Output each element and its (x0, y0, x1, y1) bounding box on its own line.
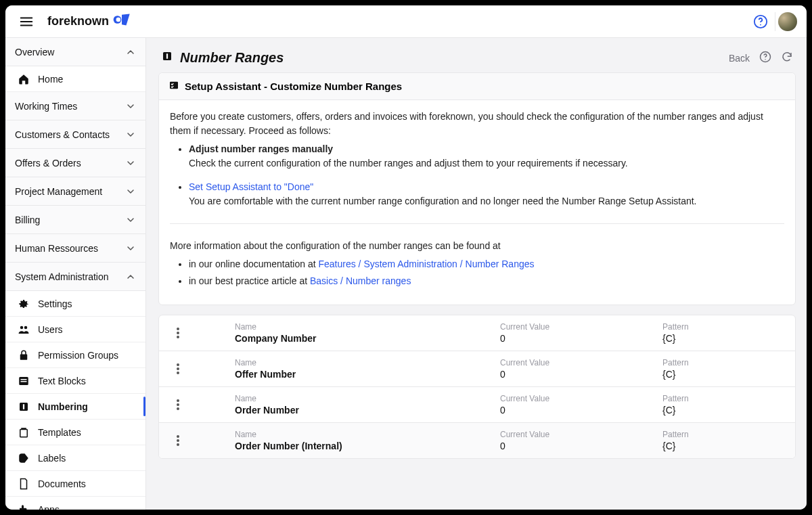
sidebar-group-hr[interactable]: Human Ressources (5, 234, 145, 263)
chevron-down-icon (125, 129, 136, 140)
sidebar-group-sysadmin[interactable]: System Administration (5, 263, 145, 291)
more-info-item: in our best practice article at Basics /… (189, 274, 784, 288)
help-icon[interactable] (749, 10, 772, 33)
sidebar-item-label: Users (38, 324, 63, 335)
svg-point-19 (177, 363, 179, 366)
sidebar-group-customers[interactable]: Customers & Contacts (5, 120, 145, 149)
sidebar-group-label: Customers & Contacts (15, 129, 110, 140)
text: in our online documentation at (189, 259, 318, 269)
sidebar-group-offers[interactable]: Offers & Orders (5, 149, 145, 177)
cell-name: Name Order Number (194, 394, 495, 416)
sidebar-group-working-times[interactable]: Working Times (5, 92, 145, 120)
step-title: Adjust number ranges manually (189, 143, 333, 154)
sidebar-item-label: Apps (38, 504, 60, 510)
sidebar-item-textblocks[interactable]: Text Blocks (5, 368, 145, 394)
sidebar-item-documents[interactable]: Documents (5, 471, 145, 497)
page-actions: Back (729, 51, 793, 65)
sidebar-group-label: Human Ressources (15, 243, 98, 254)
cell-name: Name Company Number (194, 322, 495, 344)
sidebar-item-label: Settings (38, 298, 72, 309)
table-row[interactable]: Name Order Number Current Value 0 Patter… (159, 387, 795, 423)
brand-name: foreknown (47, 14, 109, 28)
cell-value: {C} (662, 405, 787, 416)
chevron-down-icon (125, 243, 136, 254)
svg-point-18 (177, 336, 179, 338)
cell-pattern: Pattern {C} (657, 394, 792, 416)
col-label: Current Value (500, 430, 652, 439)
set-done-link[interactable]: Set Setup Assistant to "Done" (189, 181, 313, 192)
gear-icon (18, 298, 30, 310)
lock-icon (18, 349, 30, 361)
sidebar-item-settings[interactable]: Settings (5, 291, 145, 317)
sidebar-item-users[interactable]: Users (5, 317, 145, 342)
more-info-item: in our online documentation at Features … (189, 257, 784, 271)
row-menu-icon[interactable] (162, 363, 194, 374)
chevron-down-icon (125, 101, 136, 112)
sidebar-item-home[interactable]: Home (5, 66, 145, 92)
svg-point-26 (177, 439, 179, 442)
cell-value: 0 (500, 405, 652, 416)
cell-name: Name Offer Number (194, 358, 495, 380)
row-menu-icon[interactable] (162, 328, 194, 338)
sidebar-item-templates[interactable]: Templates (5, 420, 145, 445)
table-row[interactable]: Name Offer Number Current Value 0 Patter… (159, 351, 795, 387)
table-row[interactable]: Name Company Number Current Value 0 Patt… (159, 315, 795, 351)
refresh-icon[interactable] (781, 51, 793, 65)
sidebar-item-permissions[interactable]: Permission Groups (5, 342, 145, 368)
sidebar-group-pm[interactable]: Project Management (5, 177, 145, 206)
col-label: Pattern (662, 358, 787, 367)
cell-value: {C} (662, 441, 787, 451)
doc-link-basics[interactable]: Basics / Number ranges (310, 275, 411, 286)
sidebar-item-label: Numbering (38, 401, 88, 412)
sidebar-item-label: Text Blocks (38, 376, 86, 386)
col-label: Current Value (500, 322, 652, 332)
sidebar-item-label: Templates (38, 427, 81, 438)
sidebar-group-label: Working Times (15, 101, 77, 112)
table-row[interactable]: Name Order Number (Internal) Current Val… (159, 423, 795, 458)
col-label: Name (235, 394, 489, 403)
cell-current: Current Value 0 (495, 430, 657, 451)
cell-value: Offer Number (235, 369, 489, 380)
sidebar-group-label: Billing (15, 215, 40, 225)
page-title: Number Ranges (161, 50, 284, 66)
svg-rect-7 (21, 379, 27, 380)
avatar[interactable] (778, 12, 797, 31)
page-header: Number Ranges Back (158, 46, 796, 72)
sidebar-item-label: Documents (38, 478, 86, 489)
chevron-up-icon (125, 47, 136, 58)
document-icon (18, 478, 30, 490)
cell-value: 0 (500, 369, 652, 380)
chevron-down-icon (125, 186, 136, 197)
card-body: Before you create customers, offers, ord… (159, 100, 795, 305)
doc-link-features[interactable]: Features / System Administration / Numbe… (318, 259, 534, 269)
svg-rect-12 (166, 53, 168, 59)
svg-rect-8 (21, 381, 27, 382)
number-icon (161, 50, 173, 66)
svg-point-25 (177, 435, 179, 438)
cell-value: 0 (500, 333, 652, 344)
menu-icon[interactable] (15, 10, 38, 33)
back-button[interactable]: Back (729, 53, 750, 64)
sidebar-item-label: Labels (38, 453, 66, 464)
sidebar-item-numbering[interactable]: Numbering (5, 394, 145, 420)
cell-current: Current Value 0 (495, 394, 657, 416)
brand[interactable]: foreknown (47, 13, 131, 30)
card-header: Setup Assistant - Customize Number Range… (159, 73, 795, 100)
puzzle-icon (18, 503, 30, 510)
svg-point-24 (177, 407, 179, 410)
sidebar-overview[interactable]: Overview (5, 38, 145, 66)
cell-value: {C} (662, 333, 787, 344)
row-menu-icon[interactable] (162, 435, 194, 446)
brand-logo-icon (113, 13, 131, 30)
svg-point-3 (760, 24, 761, 25)
col-label: Pattern (662, 430, 787, 439)
sidebar-item-apps[interactable]: Apps (5, 497, 145, 510)
assistant-step-1: Adjust number ranges manually Check the … (189, 142, 784, 171)
cell-pattern: Pattern {C} (657, 322, 792, 344)
col-label: Name (235, 358, 489, 367)
col-label: Current Value (500, 358, 652, 367)
sidebar-group-billing[interactable]: Billing (5, 206, 145, 234)
help-icon[interactable] (759, 51, 771, 65)
sidebar-item-labels[interactable]: Labels (5, 445, 145, 471)
row-menu-icon[interactable] (162, 399, 194, 410)
